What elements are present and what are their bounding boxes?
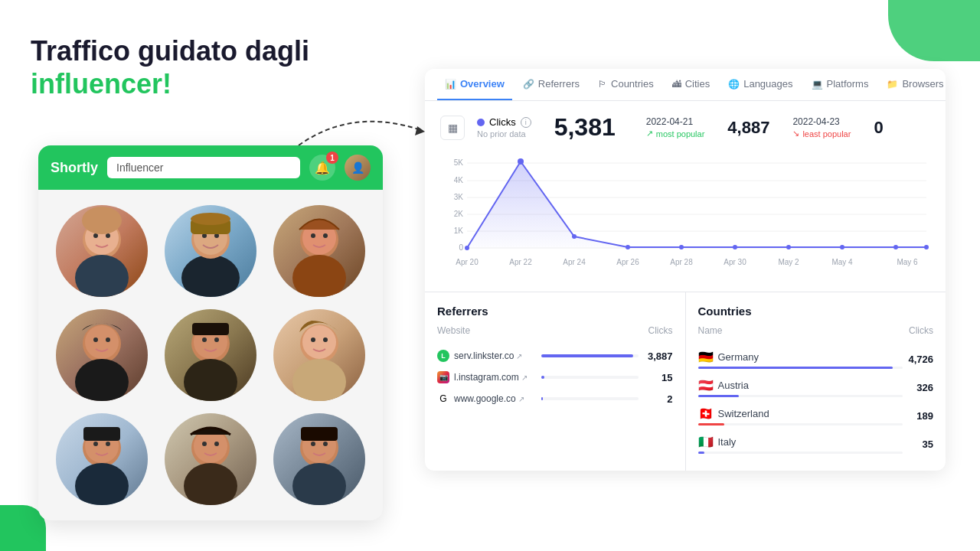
user-avatar-button[interactable]: 👤 — [345, 155, 371, 181]
website-col-header: Website — [437, 325, 470, 336]
svg-rect-29 — [192, 323, 229, 335]
dashboard-tabs: 📊 Overview 🔗 Referrers 🏳 Countries 🏙 Cit… — [425, 69, 946, 101]
referrer-row: L serv.linkster.co ↗ 3,887 — [437, 345, 673, 367]
svg-text:May 2: May 2 — [778, 258, 799, 266]
browsers-icon: 📁 — [887, 79, 898, 90]
search-input[interactable] — [107, 157, 300, 178]
austria-label: Austria — [718, 380, 749, 391]
italy-flag: 🇮🇹 — [698, 435, 714, 449]
country-name-italy: 🇮🇹 Italy — [698, 435, 903, 449]
tab-platforms[interactable]: 💻 Platforms — [804, 69, 877, 100]
svg-point-71 — [786, 245, 791, 249]
tab-countries[interactable]: 🏳 Countries — [590, 69, 662, 100]
svg-point-74 — [924, 245, 929, 249]
notification-button[interactable]: 🔔 1 — [309, 155, 335, 181]
referrer-name-1: serv.linkster.co ↗ — [454, 350, 522, 361]
switzerland-label: Switzerland — [718, 408, 769, 419]
headline-part1: Traffico guidato dagli — [31, 35, 309, 67]
country-left-italy: 🇮🇹 Italy — [698, 435, 903, 454]
profile-5[interactable] — [165, 309, 256, 401]
profile-2[interactable] — [165, 205, 256, 297]
line-chart: 5K 4K 3K 2K 1K 0 — [440, 154, 930, 276]
svg-point-2 — [75, 255, 129, 297]
svg-point-13 — [191, 213, 230, 225]
svg-text:Apr 20: Apr 20 — [456, 258, 479, 266]
svg-point-42 — [184, 463, 237, 505]
least-popular-label: ↘ least popular — [792, 129, 851, 139]
referrer-left-2: 📷 l.instagram.com ↗ — [437, 371, 534, 383]
germany-count: 4,726 — [903, 354, 933, 365]
svg-point-18 — [323, 233, 328, 238]
svg-point-27 — [202, 337, 207, 342]
svg-point-28 — [214, 337, 219, 342]
tab-overview[interactable]: 📊 Overview — [437, 69, 512, 100]
referrers-icon: 🔗 — [523, 79, 534, 90]
most-popular-label: ↗ most popular — [646, 129, 705, 139]
profile-3[interactable] — [273, 205, 365, 297]
tab-browsers[interactable]: 📁 Browsers — [879, 69, 946, 100]
tab-cities[interactable]: 🏙 Cities — [665, 69, 718, 100]
svg-text:Apr 26: Apr 26 — [616, 258, 639, 266]
referrer-left-3: G www.google.co ↗ — [437, 393, 534, 405]
svg-text:2K: 2K — [454, 210, 464, 218]
svg-point-69 — [679, 245, 684, 249]
countries-title: Countries — [698, 305, 934, 318]
chart-type-button[interactable]: ▦ — [440, 116, 465, 140]
bg-decoration-top-right — [888, 0, 980, 61]
svg-point-65 — [465, 246, 469, 250]
germany-bar — [698, 367, 893, 369]
headline: Traffico guidato dagli influencer! — [31, 34, 413, 100]
svg-text:May 6: May 6 — [897, 258, 918, 266]
austria-count: 326 — [903, 382, 933, 393]
svg-point-70 — [733, 245, 737, 249]
tab-referrers[interactable]: 🔗 Referrers — [515, 69, 587, 100]
profile-1[interactable] — [56, 205, 148, 297]
referrer-bar-3 — [541, 397, 542, 400]
info-icon[interactable]: i — [521, 117, 531, 128]
profile-4[interactable] — [56, 309, 148, 401]
ext-link-icon-2: ↗ — [521, 373, 528, 382]
countries-header: Name Clicks — [698, 325, 934, 339]
analytics-dashboard: 📊 Overview 🔗 Referrers 🏳 Countries 🏙 Cit… — [425, 69, 946, 471]
google-icon: G — [437, 393, 449, 405]
most-popular-stat: 2022-04-21 ↗ most popular — [646, 116, 705, 139]
svg-point-25 — [184, 359, 237, 401]
cities-icon: 🏙 — [672, 79, 681, 90]
country-name-germany: 🇩🇪 Germany — [698, 350, 903, 364]
svg-point-34 — [323, 337, 328, 342]
metric-label-section: Clicks i No prior data — [477, 116, 531, 139]
svg-point-5 — [106, 233, 110, 238]
referrer-bar-1 — [541, 354, 633, 357]
profile-6[interactable] — [273, 309, 365, 401]
tab-platforms-label: Platforms — [827, 78, 869, 90]
referrers-title: Referrers — [437, 305, 673, 318]
ext-link-icon-3: ↗ — [518, 395, 524, 403]
switzerland-count: 189 — [903, 410, 933, 422]
profile-grid — [38, 190, 383, 520]
avatar-image: 👤 — [345, 155, 371, 181]
svg-point-72 — [840, 245, 844, 249]
svg-text:1K: 1K — [454, 227, 464, 235]
least-popular-date: 2022-04-23 — [792, 116, 851, 127]
headline-part2: influencer! — [31, 68, 172, 99]
tab-cities-label: Cities — [685, 78, 710, 90]
italy-count: 35 — [903, 439, 933, 450]
clicks-col-header-c: Clicks — [909, 325, 933, 336]
clicks-label: Clicks — [489, 116, 516, 128]
tab-languages[interactable]: 🌐 Languages — [720, 69, 800, 100]
main-metric-value: 5,381 — [554, 113, 616, 142]
profile-8[interactable] — [165, 413, 256, 505]
referrers-panel: Referrers Website Clicks L serv.linkster… — [425, 292, 686, 471]
svg-point-67 — [572, 234, 577, 239]
arrow-down-icon: ↘ — [792, 129, 799, 139]
svg-marker-64 — [467, 161, 926, 248]
profile-9[interactable] — [273, 413, 365, 505]
profile-7[interactable] — [56, 413, 148, 505]
svg-text:4K: 4K — [454, 176, 464, 184]
svg-text:Apr 28: Apr 28 — [670, 258, 693, 266]
switzerland-flag: 🇨🇭 — [698, 406, 714, 421]
bar-chart-icon: ▦ — [448, 122, 458, 134]
referrer-bar-wrap-1 — [541, 354, 638, 357]
metric-header: Clicks i — [477, 116, 531, 128]
svg-text:May 4: May 4 — [831, 258, 853, 266]
